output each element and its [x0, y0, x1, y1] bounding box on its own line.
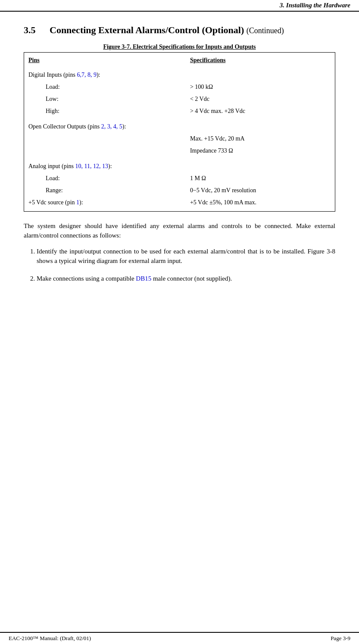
section-title: Connecting External Alarms/Control (Opti… [50, 25, 284, 36]
digital-inputs-pins-link[interactable]: 6,7, 8, 9 [77, 72, 97, 78]
analog-range-value: 0−5 Vdc, 20 mV resolution [186, 184, 335, 197]
main-content: 3.5 Connecting External Alarms/Control (… [0, 12, 359, 300]
table-row-digital-inputs-label: Digital Inputs (pins 6,7, 8, 9): [24, 69, 335, 81]
table-row-digital-low: Low: < 2 Vdc [24, 93, 335, 105]
table-row-analog-label: Analog input (pins 10, 11, 12, 13): [24, 160, 335, 172]
vdc-source-label: +5 Vdc source (pin 1): [24, 197, 186, 209]
section-heading: 3.5 Connecting External Alarms/Control (… [24, 25, 335, 36]
figure-title: Figure 3-7. Electrical Specifications fo… [24, 44, 335, 50]
col-specs-header: Specifications [186, 53, 335, 66]
oc-impedance-value: Impedance 733 Ω [186, 145, 335, 157]
vdc-source-value: +5 Vdc ±5%, 100 mA max. [186, 197, 335, 209]
table-row-vdc-source: +5 Vdc source (pin 1): +5 Vdc ±5%, 100 m… [24, 197, 335, 209]
section-continued: (Continued) [247, 26, 284, 35]
table-row-analog-load: Load: 1 M Ω [24, 172, 335, 184]
table-spacer-3 [24, 157, 335, 160]
list-item-1-text: Identify the input/output connection to … [37, 248, 335, 265]
analog-range-label: Range: [24, 184, 186, 197]
vdc-source-pin-link[interactable]: 1 [76, 199, 79, 206]
table-row-oc-max: Max. +15 Vdc, 20 mA [24, 133, 335, 145]
digital-high-label: High: [24, 105, 186, 117]
open-collector-label: Open Collector Outputs (pins 2, 3, 4, 5)… [24, 121, 186, 133]
table-spacer-bottom [24, 209, 335, 211]
specs-table: Pins Specifications Digital Inputs (pins… [24, 52, 335, 212]
table-row-oc-impedance: Impedance 733 Ω [24, 145, 335, 157]
digital-load-value: > 100 kΩ [186, 81, 335, 93]
header-title: 3. Installing the Hardware [280, 2, 350, 9]
db15-link[interactable]: DB15 [136, 275, 151, 282]
page-footer: EAC-2100™ Manual: (Draft, 02/01) Page 3-… [0, 632, 359, 644]
list-item-2-text: Make connections using a compatible DB15… [37, 275, 232, 282]
page-header: 3. Installing the Hardware [0, 0, 359, 12]
table-spacer-2 [24, 117, 335, 121]
section-number: 3.5 [24, 25, 42, 36]
table-row-open-collector-label: Open Collector Outputs (pins 2, 3, 4, 5)… [24, 121, 335, 133]
analog-input-pins-link[interactable]: 10, 11, 12, 13 [75, 163, 108, 169]
analog-load-label: Load: [24, 172, 186, 184]
list-item-1: Identify the input/output connection to … [37, 247, 335, 266]
table-spacer-1 [24, 66, 335, 69]
numbered-list: Identify the input/output connection to … [32, 247, 335, 284]
table-row-digital-high: High: > 4 Vdc max. +28 Vdc [24, 105, 335, 117]
digital-inputs-label: Digital Inputs (pins 6,7, 8, 9): [24, 69, 186, 81]
open-collector-pins-link[interactable]: 2, 3, 4, 5 [101, 123, 122, 130]
footer-left: EAC-2100™ Manual: (Draft, 02/01) [9, 635, 91, 642]
table-row-digital-load: Load: > 100 kΩ [24, 81, 335, 93]
analog-input-label: Analog input (pins 10, 11, 12, 13): [24, 160, 186, 172]
digital-low-label: Low: [24, 93, 186, 105]
digital-high-value: > 4 Vdc max. +28 Vdc [186, 105, 335, 117]
col-pins-header: Pins [24, 53, 186, 66]
digital-low-value: < 2 Vdc [186, 93, 335, 105]
body-paragraph-1: The system designer should have identifi… [24, 221, 335, 241]
analog-load-value: 1 M Ω [186, 172, 335, 184]
list-item-2: Make connections using a compatible DB15… [37, 274, 335, 284]
digital-load-label: Load: [24, 81, 186, 93]
footer-right: Page 3-9 [331, 635, 350, 642]
table-header-row: Pins Specifications [24, 53, 335, 66]
table-row-analog-range: Range: 0−5 Vdc, 20 mV resolution [24, 184, 335, 197]
oc-max-value: Max. +15 Vdc, 20 mA [186, 133, 335, 145]
